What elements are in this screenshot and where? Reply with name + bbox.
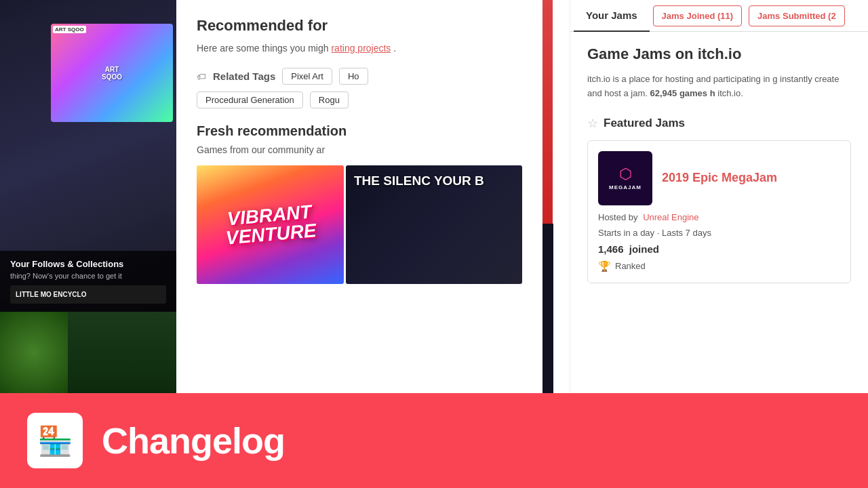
game-jams-title: Game Jams on itch.io <box>587 45 851 63</box>
your-jams-tab[interactable]: Your Jams <box>574 0 650 32</box>
jam-card: ⬡ MEGAJAM 2019 Epic MegaJam Hosted by Un… <box>587 140 851 283</box>
jam-ranked-row: 🏆 Ranked <box>598 260 840 272</box>
hosted-by-label: Hosted by <box>598 212 638 222</box>
your-follows-title: Your Follows & Collections <box>10 259 166 269</box>
jam-timing: Starts in a day · Lasts 7 days <box>598 228 840 238</box>
right-panel: Your Jams Jams Joined (11) Jams Submitte… <box>570 0 868 393</box>
your-follows-section: Your Follows & Collections thing? Now's … <box>0 251 176 312</box>
silence-thumb[interactable]: THE SILENC YOUR B <box>346 165 522 284</box>
related-tags-label: Related Tags <box>213 70 275 82</box>
jam-joined-label: joined <box>629 243 659 255</box>
changelog-icon-container: 🏪 <box>27 413 83 468</box>
jam-name[interactable]: 2019 Epic MegaJam <box>662 171 777 185</box>
silence-text: THE SILENC YOUR B <box>354 174 484 189</box>
fresh-title: Fresh recommendation <box>197 123 522 139</box>
fresh-sub: Games from our community ar <box>197 144 522 155</box>
megajam-icon: ⬡ <box>619 165 632 183</box>
silence-game-cover[interactable] <box>542 224 553 393</box>
jam-card-top: ⬡ MEGAJAM 2019 Epic MegaJam <box>598 151 840 205</box>
changelog-icon: 🏪 <box>37 424 73 458</box>
right-content: Game Jams on itch.io itch.io is a place … <box>570 32 868 388</box>
bottom-bar: 🏪 Changelog <box>0 393 868 488</box>
jam-hosted-by: Hosted by Unreal Engine <box>598 212 840 222</box>
star-icon: ☆ <box>587 116 598 131</box>
vibrant-venture-label: VIBRANT VENTURE <box>197 199 344 250</box>
procedural-generation-tag[interactable]: Procedural Generation <box>197 92 303 108</box>
recommended-title: Recommended for <box>197 17 522 35</box>
green-texture <box>0 312 68 393</box>
games-count: 62,945 games h <box>650 88 715 98</box>
ranked-icon: 🏆 <box>598 260 611 272</box>
left-background-panel: ARTSQOO ART SQOO Your Follows & Collecti… <box>0 0 176 393</box>
your-follows-sub: thing? Now's your chance to get it <box>10 272 166 280</box>
recommended-sub: Here are some things you migh rating pro… <box>197 41 522 56</box>
art-squid-card[interactable]: ARTSQOO ART SQOO <box>51 24 173 122</box>
ho-tag[interactable]: Ho <box>339 68 368 85</box>
tag-icon: 🏷 <box>197 71 206 82</box>
recommended-sub-period: . <box>393 43 396 54</box>
middle-content-panel: Recommended for Here are some things you… <box>176 0 542 393</box>
jams-joined-tab[interactable]: Jams Joined (11) <box>653 5 743 26</box>
jam-ranked-label: Ranked <box>615 261 646 271</box>
rating-projects-link[interactable]: rating projects <box>331 43 391 54</box>
changelog-label: Changelog <box>102 420 285 462</box>
featured-jams-header: ☆ Featured Jams <box>587 116 851 131</box>
rogue-tag[interactable]: Rogu <box>310 92 349 108</box>
megajam-text: MEGAJAM <box>609 184 642 190</box>
pixel-art-tag[interactable]: Pixel Art <box>282 68 332 85</box>
game-thumbnails-row: VIBRANT VENTURE THE SILENC YOUR B <box>197 165 522 284</box>
jam-joined: 1,466 joined <box>598 243 840 255</box>
unreal-engine-link[interactable]: Unreal Engine <box>643 212 698 222</box>
jams-submitted-tab[interactable]: Jams Submitted (2 <box>749 5 845 26</box>
tabs-row: Your Jams Jams Joined (11) Jams Submitte… <box>570 0 868 32</box>
little-mo-card[interactable]: LITTLE MO ENCYCLO <box>10 285 166 304</box>
art-squid-badge: ART SQOO <box>53 26 86 33</box>
game-jams-desc: itch.io is a place for hosting and parti… <box>587 73 851 101</box>
recommended-sub-text: Here are some things you migh <box>197 43 329 54</box>
jam-logo[interactable]: ⬡ MEGAJAM <box>598 151 652 205</box>
game-jams-desc-end: itch.io. <box>717 88 743 98</box>
jam-joined-count: 1,466 <box>598 243 624 255</box>
related-tags-row: 🏷 Related Tags Pixel Art Ho <box>197 68 522 85</box>
related-tags-row2: Procedural Generation Rogu <box>197 92 522 108</box>
featured-jams-label: Featured Jams <box>604 117 685 130</box>
vibrant-venture-thumb[interactable]: VIBRANT VENTURE <box>197 165 344 284</box>
